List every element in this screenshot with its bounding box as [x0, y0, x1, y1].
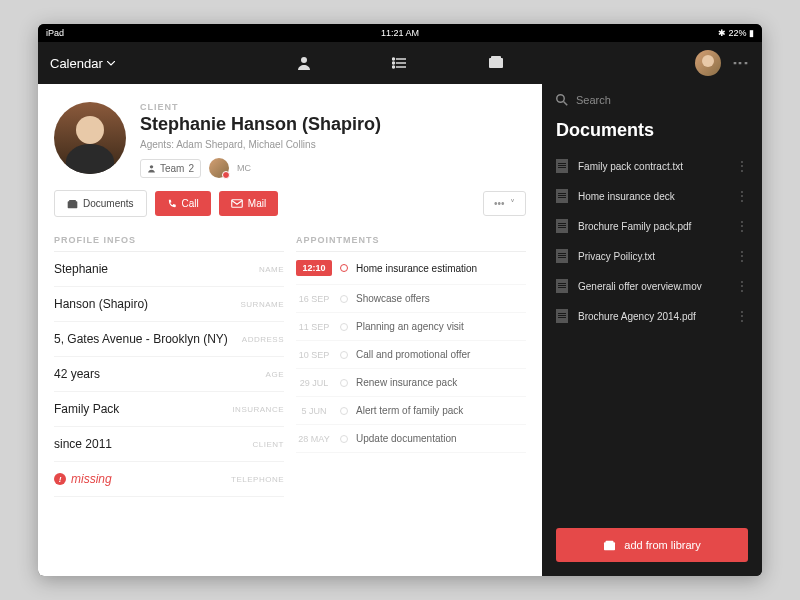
info-label: SURNAME — [240, 300, 284, 309]
documents-sidebar: Search Documents Family pack contract.tx… — [542, 84, 762, 576]
svg-line-14 — [564, 102, 568, 106]
appointment-title: Alert term of family pack — [356, 405, 463, 416]
call-button[interactable]: Call — [155, 191, 211, 216]
battery: ✱ 22% ▮ — [718, 28, 754, 38]
appointment-row[interactable]: 11 SEPPlanning an agency visit — [296, 313, 526, 341]
user-avatar[interactable] — [695, 50, 721, 76]
more-icon[interactable]: ⋮ — [736, 309, 748, 323]
appointment-title: Renew insurance pack — [356, 377, 457, 388]
more-icon[interactable]: ⋮ — [731, 55, 750, 71]
documents-button[interactable]: Documents — [54, 190, 147, 217]
folder-icon — [603, 540, 616, 551]
info-value: Hanson (Shapiro) — [54, 297, 148, 311]
appointment-row[interactable]: 5 JUNAlert term of family pack — [296, 397, 526, 425]
client-avatar[interactable] — [54, 102, 126, 174]
timeline-dot — [340, 407, 348, 415]
agents-line: Agents: Adam Shepard, Michael Collins — [140, 139, 526, 150]
mail-button[interactable]: Mail — [219, 191, 278, 216]
appointment-date: 29 JUL — [296, 378, 332, 388]
more-icon[interactable]: ⋮ — [736, 249, 748, 263]
statusbar: iPad 11:21 AM ✱ 22% ▮ — [38, 24, 762, 42]
svg-point-13 — [557, 95, 565, 103]
appointment-title: Home insurance estimation — [356, 263, 477, 274]
svg-point-9 — [150, 165, 153, 168]
team-chip[interactable]: Team 2 — [140, 159, 201, 178]
agent-avatar[interactable] — [209, 158, 229, 178]
timeline-dot — [340, 379, 348, 387]
info-value: Stephanie — [54, 262, 108, 276]
more-icon[interactable]: ⋮ — [736, 279, 748, 293]
search-icon — [556, 94, 568, 106]
document-name: Brochure Family pack.pdf — [578, 221, 726, 232]
document-row[interactable]: Brochure Agency 2014.pdf⋮ — [542, 301, 762, 331]
more-button[interactable]: ••• ˅ — [483, 191, 526, 216]
documents-title: Documents — [542, 116, 762, 151]
info-row: StephanieNAME — [54, 252, 284, 287]
file-icon — [556, 309, 568, 323]
info-label: CLIENT — [253, 440, 284, 449]
info-value: Family Pack — [54, 402, 119, 416]
info-label: AGE — [266, 370, 284, 379]
add-from-library-button[interactable]: add from library — [556, 528, 748, 562]
appointment-title: Call and promotional offer — [356, 349, 470, 360]
document-name: Brochure Agency 2014.pdf — [578, 311, 726, 322]
document-row[interactable]: Brochure Family pack.pdf⋮ — [542, 211, 762, 241]
info-row: 42 yearsAGE — [54, 357, 284, 392]
main-panel: CLIENT Stephanie Hanson (Shapiro) Agents… — [38, 84, 542, 576]
document-name: Generali offer overview.mov — [578, 281, 726, 292]
search-input[interactable]: Search — [542, 84, 762, 116]
info-label: INSURANCE — [232, 405, 284, 414]
document-row[interactable]: Privacy Poilicy.txt⋮ — [542, 241, 762, 271]
appointment-date: 11 SEP — [296, 322, 332, 332]
appointment-title: Update documentation — [356, 433, 457, 444]
more-icon[interactable]: ⋮ — [736, 189, 748, 203]
folder-icon — [67, 199, 78, 209]
svg-rect-15 — [604, 542, 615, 550]
info-value: 5, Gates Avenue - Brooklyn (NY) — [54, 332, 228, 346]
info-row: Family PackINSURANCE — [54, 392, 284, 427]
calendar-dropdown[interactable]: Calendar — [50, 56, 115, 71]
client-label: CLIENT — [140, 102, 526, 112]
person-icon[interactable] — [296, 55, 312, 71]
svg-rect-12 — [232, 200, 243, 208]
folder-icon[interactable] — [488, 55, 504, 71]
appointment-row[interactable]: 16 SEPShowcase offers — [296, 285, 526, 313]
appointment-row[interactable]: 12:10Home insurance estimation — [296, 252, 526, 285]
document-name: Family pack contract.txt — [578, 161, 726, 172]
appointment-row[interactable]: 10 SEPCall and promotional offer — [296, 341, 526, 369]
clock: 11:21 AM — [381, 28, 419, 38]
svg-rect-8 — [491, 56, 501, 59]
app-window: iPad 11:21 AM ✱ 22% ▮ Calendar ⋮ CLIENT … — [38, 24, 762, 576]
chevron-down-icon — [107, 61, 115, 66]
svg-point-4 — [393, 58, 395, 60]
document-row[interactable]: Family pack contract.txt⋮ — [542, 151, 762, 181]
info-row: Hanson (Shapiro)SURNAME — [54, 287, 284, 322]
profile-infos-header: PROFILE INFOS — [54, 229, 284, 252]
svg-rect-11 — [69, 199, 76, 201]
svg-rect-16 — [606, 540, 614, 542]
mail-icon — [231, 199, 243, 208]
appointment-date: 16 SEP — [296, 294, 332, 304]
phone-icon — [167, 199, 177, 209]
more-icon[interactable]: ⋮ — [736, 219, 748, 233]
more-icon[interactable]: ⋮ — [736, 159, 748, 173]
appointment-row[interactable]: 28 MAYUpdate documentation — [296, 425, 526, 453]
list-icon[interactable] — [392, 55, 408, 71]
info-value: since 2011 — [54, 437, 112, 451]
document-row[interactable]: Home insurance deck⋮ — [542, 181, 762, 211]
appointment-row[interactable]: 29 JULRenew insurance pack — [296, 369, 526, 397]
appointment-title: Showcase offers — [356, 293, 430, 304]
timeline-dot — [340, 351, 348, 359]
info-label: ADDRESS — [242, 335, 284, 344]
document-row[interactable]: Generali offer overview.mov⋮ — [542, 271, 762, 301]
timeline-dot — [340, 435, 348, 443]
file-icon — [556, 189, 568, 203]
appointment-date: 10 SEP — [296, 350, 332, 360]
appointment-date: 12:10 — [296, 260, 332, 276]
person-icon — [147, 164, 156, 173]
timeline-dot — [340, 295, 348, 303]
alert-icon: ! — [54, 473, 66, 485]
timeline-dot — [340, 264, 348, 272]
info-value: 42 years — [54, 367, 100, 381]
carrier: iPad — [46, 28, 64, 38]
